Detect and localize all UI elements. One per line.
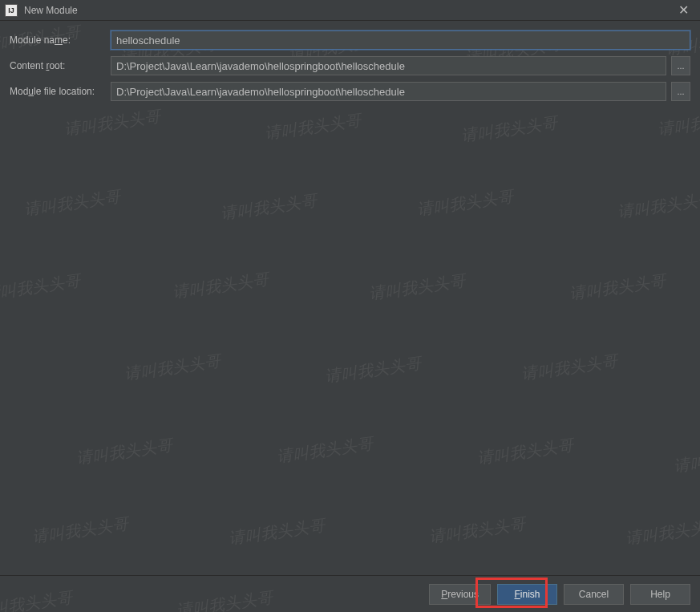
- content-root-label: Content root:: [10, 60, 106, 71]
- content-root-browse-button[interactable]: ...: [671, 56, 690, 75]
- app-icon-text: IJ: [8, 6, 14, 14]
- watermark: 请叫我头头哥: [31, 513, 130, 548]
- watermark: 请叫我头头哥: [460, 112, 559, 147]
- content-root-input[interactable]: [111, 56, 666, 75]
- watermark: 请叫我头头哥: [0, 270, 81, 305]
- module-name-label: Module name:: [10, 34, 106, 46]
- watermark: 请叫我头头哥: [568, 270, 667, 305]
- close-button[interactable]: ✕: [671, 1, 695, 20]
- watermark: 请叫我头头哥: [220, 190, 318, 225]
- window-title: New Module: [24, 5, 671, 16]
- watermark: 请叫我头头哥: [23, 186, 122, 221]
- content-root-row: Content root: ...: [10, 56, 690, 75]
- module-file-location-label: Module file location:: [10, 86, 106, 97]
- watermark: 请叫我头头哥: [75, 435, 174, 469]
- watermark: 请叫我头头哥: [428, 513, 527, 548]
- form-area: Module name: Content root: ... Module fi…: [0, 21, 700, 101]
- finish-button[interactable]: Finish: [497, 584, 557, 605]
- app-icon: IJ: [5, 4, 18, 17]
- module-name-input[interactable]: [111, 30, 690, 50]
- watermark: 请叫我头头哥: [264, 110, 362, 144]
- titlebar: IJ New Module ✕: [0, 0, 700, 21]
- module-file-location-row: Module file location: ...: [10, 82, 690, 101]
- watermark: 请叫我头头哥: [172, 269, 270, 303]
- module-name-row: Module name:: [10, 30, 690, 50]
- watermark: 请叫我头头哥: [63, 106, 162, 140]
- button-bar: Previous Finish Cancel Help: [0, 575, 700, 612]
- watermark: 请叫我头头哥: [416, 186, 515, 221]
- watermark: 请叫我头头哥: [617, 188, 700, 223]
- watermark: 请叫我头头哥: [368, 270, 467, 305]
- module-file-location-browse-button[interactable]: ...: [671, 82, 690, 101]
- watermark: 请叫我头头哥: [657, 106, 700, 140]
- cancel-button[interactable]: Cancel: [564, 584, 624, 605]
- watermark: 请叫我头头哥: [673, 443, 700, 477]
- watermark: 请叫我头头哥: [625, 515, 700, 549]
- watermark: 请叫我头头哥: [476, 435, 575, 469]
- watermark: 请叫我头头哥: [324, 353, 423, 387]
- module-file-location-input[interactable]: [111, 82, 666, 101]
- watermark: 请叫我头头哥: [123, 351, 222, 385]
- close-icon: ✕: [678, 2, 689, 18]
- watermark: 请叫我头头哥: [520, 351, 619, 385]
- watermark: 请叫我头头哥: [228, 515, 326, 549]
- watermark: 请叫我头头哥: [276, 433, 374, 468]
- help-button[interactable]: Help: [630, 584, 690, 605]
- previous-button[interactable]: Previous: [429, 584, 491, 605]
